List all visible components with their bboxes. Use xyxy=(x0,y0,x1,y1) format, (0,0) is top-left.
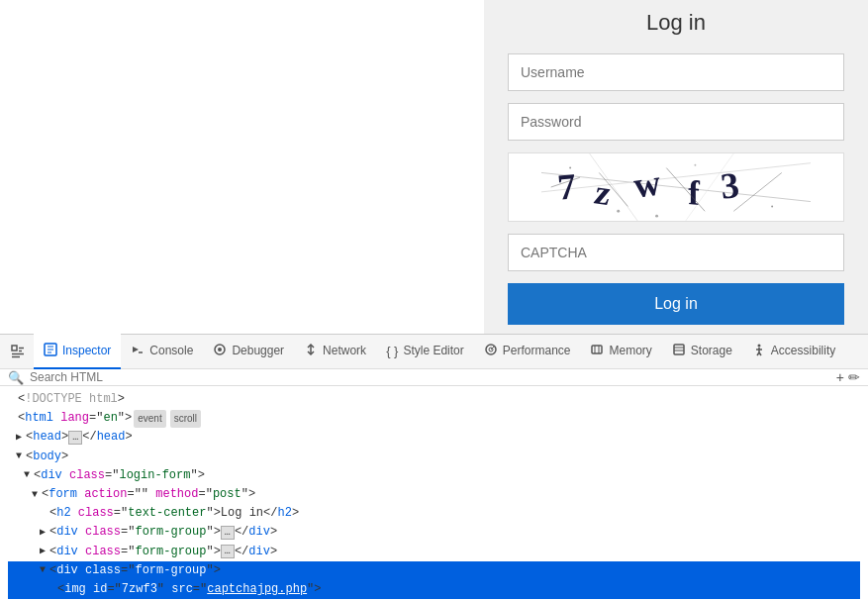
network-icon xyxy=(304,343,318,359)
tab-inspector-label: Inspector xyxy=(62,344,111,357)
svg-line-46 xyxy=(759,352,761,355)
html-search-bar: 🔍 + ✏ xyxy=(0,369,868,386)
tab-debugger-label: Debugger xyxy=(232,344,284,357)
html-tree: <!DOCTYPE html> <html lang="en"> event s… xyxy=(0,386,868,601)
svg-rect-36 xyxy=(592,346,602,353)
tab-network[interactable]: Network xyxy=(294,334,376,369)
tree-line-img: <img id="7zwf3" src="captchajpg.php"> xyxy=(8,580,860,599)
tab-performance[interactable]: Performance xyxy=(474,334,581,369)
tree-line-h2: <h2 class="text-center"> Log in </h2> xyxy=(8,504,860,523)
svg-point-42 xyxy=(757,344,760,347)
tree-line-form-group-2[interactable]: ▶ <div class="form-group"> … </div> xyxy=(8,543,860,561)
inspector-icon xyxy=(44,343,57,359)
tree-line-form-group-3[interactable]: ▼ <div class="form-group"> xyxy=(8,561,860,580)
tab-style-editor[interactable]: { } Style Editor xyxy=(376,334,474,369)
login-title: Log in xyxy=(508,10,844,36)
svg-point-13 xyxy=(771,205,773,207)
svg-rect-19 xyxy=(12,346,17,351)
tab-storage[interactable]: Storage xyxy=(662,334,742,369)
tree-line-head[interactable]: ▶ <head> … </head> xyxy=(8,428,860,447)
tab-performance-label: Performance xyxy=(503,344,571,357)
tab-memory-label: Memory xyxy=(609,344,651,357)
captcha-input[interactable] xyxy=(508,234,844,271)
password-input[interactable] xyxy=(508,103,844,141)
tree-line-body: ▼ <body> xyxy=(8,448,860,466)
tab-memory[interactable]: Memory xyxy=(580,334,661,369)
preview-right: Log in 7 z w f 3 xyxy=(484,0,868,334)
scroll-badge[interactable]: scroll xyxy=(170,410,201,428)
tree-line-form: ▼ <form action="" method="post"> xyxy=(8,485,860,504)
memory-icon xyxy=(590,343,604,359)
tab-inspector[interactable]: Inspector xyxy=(34,334,121,369)
svg-marker-28 xyxy=(133,347,139,352)
svg-text:f: f xyxy=(688,172,700,212)
tab-debugger[interactable]: Debugger xyxy=(203,334,294,369)
login-card: Log in 7 z w f 3 xyxy=(508,10,844,325)
svg-point-11 xyxy=(617,209,620,212)
tab-accessibility-label: Accessibility xyxy=(771,344,835,357)
devtools-panel: Inspector Console Debugger Network { } S… xyxy=(0,334,868,601)
svg-point-12 xyxy=(694,163,696,165)
storage-icon xyxy=(672,343,686,359)
debugger-icon xyxy=(213,343,227,359)
preview-area: Log in 7 z w f 3 xyxy=(0,0,868,334)
captcha-image: 7 z w f 3 xyxy=(508,152,844,222)
element-picker-button[interactable] xyxy=(4,338,32,365)
tab-console[interactable]: Console xyxy=(121,334,203,369)
preview-left xyxy=(0,0,484,334)
add-node-button[interactable]: + xyxy=(836,369,844,385)
screenshot-button[interactable]: ✏ xyxy=(848,369,860,385)
tree-line-login-form: ▼ <div class="login-form"> xyxy=(8,466,860,485)
tree-line-doctype: <!DOCTYPE html> xyxy=(8,390,860,409)
svg-rect-39 xyxy=(674,345,684,354)
login-button[interactable]: Log in xyxy=(508,283,844,325)
style-editor-icon: { } xyxy=(386,344,398,358)
tab-style-editor-label: Style Editor xyxy=(403,344,463,357)
svg-text:7: 7 xyxy=(556,165,578,207)
performance-icon xyxy=(484,343,498,359)
event-badge[interactable]: event xyxy=(134,410,165,428)
search-input[interactable] xyxy=(30,370,836,384)
svg-point-31 xyxy=(218,348,222,351)
username-input[interactable] xyxy=(508,53,844,91)
tab-storage-label: Storage xyxy=(691,344,732,357)
svg-point-14 xyxy=(655,214,658,217)
tab-network-label: Network xyxy=(323,344,366,357)
search-actions: + ✏ xyxy=(836,369,860,385)
tab-console-label: Console xyxy=(149,344,193,357)
tree-line-form-group-1[interactable]: ▶ <div class="form-group"> … </div> xyxy=(8,523,860,542)
tree-line-html: <html lang="en"> event scroll xyxy=(8,409,860,428)
svg-point-10 xyxy=(569,166,571,168)
search-icon: 🔍 xyxy=(8,370,24,385)
tab-accessibility[interactable]: Accessibility xyxy=(742,334,845,369)
devtools-toolbar: Inspector Console Debugger Network { } S… xyxy=(0,334,868,369)
accessibility-icon xyxy=(752,343,766,359)
console-icon xyxy=(131,343,145,359)
